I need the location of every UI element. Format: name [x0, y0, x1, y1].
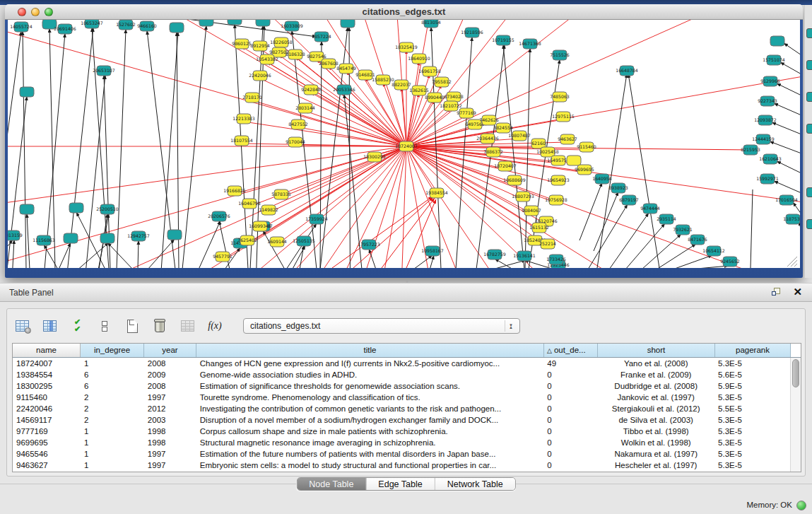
network-node[interactable]: 8822037	[392, 80, 411, 90]
network-node[interactable]: 9466160	[137, 21, 157, 31]
column-header-name[interactable]: name	[13, 344, 81, 357]
network-node[interactable]: 18226058	[270, 37, 293, 47]
table-cell-out_de[interactable]: 0	[543, 380, 597, 392]
network-node[interactable]: 9129966	[760, 76, 780, 86]
network-node[interactable]: 16961758	[418, 66, 441, 76]
network-node[interactable]: 1609144	[267, 237, 287, 247]
network-node[interactable]: 16046798	[238, 199, 261, 209]
network-node[interactable]: 9463627	[558, 134, 577, 144]
table-cell-year[interactable]: 1998	[144, 426, 196, 437]
network-node[interactable]: 7485063	[550, 92, 570, 102]
table-cell-short[interactable]: Stergiakouli et al. (2012)	[597, 403, 714, 414]
network-node[interactable]: 8813054	[421, 20, 441, 28]
row-boxes-icon[interactable]	[95, 317, 114, 335]
table-cell-title[interactable]: Estimation of the future numbers of pati…	[196, 448, 544, 460]
network-node[interactable]	[69, 203, 83, 213]
network-node[interactable]: 7515526	[550, 50, 570, 60]
table-cell-short[interactable]: Yano et al. (2008)	[597, 358, 714, 369]
network-node[interactable]: 17359924	[305, 214, 328, 224]
network-node[interactable]: 1733426	[546, 255, 566, 264]
table-cell-out_de[interactable]: 0	[543, 426, 597, 437]
table-cell-out_de[interactable]: 0	[543, 460, 597, 471]
network-node[interactable]: 9242848	[301, 85, 321, 95]
table-select-dropdown[interactable]: citations_edges.txt	[243, 318, 520, 334]
canvas-resize-grip[interactable]	[787, 257, 797, 267]
table-cell-in_degree[interactable]: 1	[81, 448, 144, 460]
table-cell-pagerank[interactable]: 5.3E-5	[714, 460, 790, 471]
network-node[interactable]: 20206576	[208, 211, 230, 221]
table-cell-year[interactable]: 2009	[144, 369, 196, 380]
column-visibility-icon[interactable]	[40, 317, 59, 335]
network-node[interactable]: 19384554	[425, 188, 448, 198]
network-node[interactable]: 16033809	[281, 21, 303, 31]
network-node[interactable]: 9313159	[8, 230, 23, 240]
table-cell-pagerank[interactable]: 5.3E-5	[714, 392, 790, 403]
network-node[interactable]: 18325419	[395, 42, 418, 52]
network-window-titlebar[interactable]: citations_edges.txt	[5, 4, 803, 20]
column-header-short[interactable]: short	[598, 344, 715, 357]
table-cell-pagerank[interactable]: 5.9E-5	[714, 380, 790, 392]
table-cell-title[interactable]: Structural magnetic resonance image aver…	[196, 437, 544, 448]
table-cell-short[interactable]: Wolkin et al. (1998)	[597, 437, 714, 448]
table-cell-pagerank[interactable]: 5.3E-5	[714, 448, 790, 460]
network-node[interactable]	[770, 36, 784, 46]
table-row[interactable]: 1830029562008Estimation of significance …	[13, 380, 790, 392]
table-cell-pagerank[interactable]: 5.5E-5	[714, 403, 790, 414]
network-node[interactable]: 7955812	[432, 77, 452, 87]
network-node[interactable]	[341, 20, 355, 28]
network-node[interactable]: 15992971	[756, 174, 779, 184]
network-node[interactable]: 8427552	[288, 119, 308, 129]
table-cell-name[interactable]: 9465546	[13, 448, 81, 460]
memory-status-led[interactable]	[796, 501, 806, 510]
table-cell-out_de[interactable]: 49	[543, 358, 597, 369]
network-node[interactable]: 1149822	[259, 205, 278, 215]
network-node[interactable]: 8938923	[608, 183, 628, 193]
table-cell-name[interactable]: 9115460	[13, 392, 81, 403]
network-node[interactable]: 8471676	[688, 235, 707, 245]
table-cell-out_de[interactable]: 0	[543, 448, 597, 460]
network-node[interactable]: 8186328	[286, 49, 305, 59]
network-node[interactable]: 9245652	[720, 257, 740, 267]
network-node[interactable]: 19166825	[223, 186, 246, 196]
table-row[interactable]: 946554611997Estimation of the future num…	[13, 448, 790, 460]
network-window[interactable]: citations_edges.txt 14055724206914061065…	[5, 4, 803, 278]
table-row[interactable]: 1872400712008Changes of HCN gene express…	[13, 358, 790, 369]
table-cell-title[interactable]: Disruption of a novel member of a sodium…	[196, 414, 544, 426]
network-node[interactable]: 8912954	[250, 41, 270, 51]
table-cell-in_degree[interactable]: 1	[81, 358, 144, 369]
table-cell-name[interactable]: 9463627	[13, 460, 81, 471]
network-node[interactable]: 18300295	[363, 152, 386, 162]
table-settings-icon[interactable]	[13, 317, 31, 335]
table-cell-year[interactable]: 2008	[144, 380, 196, 392]
network-node[interactable]: 12505135	[293, 236, 315, 246]
table-cell-pagerank[interactable]: 5.3E-5	[714, 358, 790, 369]
table-cell-short[interactable]: Dudbridge et al. (2008)	[597, 380, 714, 392]
table-cell-in_degree[interactable]: 2	[81, 403, 144, 414]
new-file-icon[interactable]	[123, 317, 141, 335]
network-node[interactable]: 15885230	[372, 75, 394, 85]
table-cell-name[interactable]: 18300295	[13, 380, 81, 392]
network-node[interactable]: 9115460	[577, 142, 596, 152]
column-header-title[interactable]: title	[196, 344, 544, 357]
tab-edge-table[interactable]: Edge Table	[366, 478, 435, 490]
network-node[interactable]: 8215953	[741, 145, 760, 155]
network-node[interactable]: 9699695	[575, 165, 594, 175]
table-cell-short[interactable]: de Silva et al. (2003)	[597, 414, 714, 426]
table-cell-name[interactable]: 22420046	[13, 403, 81, 414]
table-cell-pagerank[interactable]: 5.3E-5	[714, 426, 790, 437]
table-cell-name[interactable]: 19384554	[13, 369, 81, 380]
network-node[interactable]: 9170044	[286, 137, 305, 147]
table-cell-title[interactable]: Tourette syndrome. Phenomenology and cla…	[196, 392, 544, 403]
network-node[interactable]: 1527602	[116, 20, 136, 30]
column-header-in_degree[interactable]: in_degree	[81, 344, 144, 357]
network-node[interactable]: 6879197	[619, 195, 639, 205]
table-cell-title[interactable]: Estimation of significance thresholds fo…	[196, 380, 544, 392]
network-node[interactable]	[256, 20, 270, 26]
table-cell-title[interactable]: Genome-wide association studies in ADHD.	[196, 369, 544, 380]
network-node[interactable]: 1615132	[529, 223, 549, 233]
network-node[interactable]: 7625402	[237, 235, 257, 245]
network-node[interactable]: 22420046	[249, 71, 271, 81]
network-node[interactable]: 18107554	[230, 136, 253, 146]
network-node[interactable]: 12942757	[127, 231, 150, 241]
network-node[interactable]: 1640954	[592, 174, 612, 184]
